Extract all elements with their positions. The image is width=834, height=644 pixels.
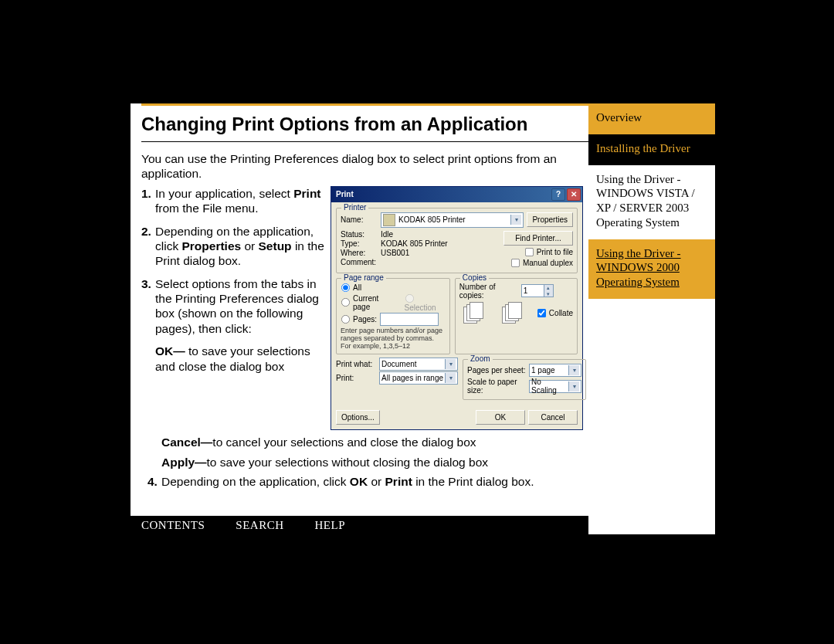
current-page-radio[interactable]: [341, 298, 350, 307]
copies-label: Number of copies:: [459, 283, 521, 300]
after-list: Cancel—to cancel your selections and clo…: [131, 435, 600, 489]
ok-button[interactable]: OK: [476, 410, 525, 425]
all-radio[interactable]: [341, 283, 350, 292]
dialog-title: Print: [336, 190, 354, 198]
type-value: KODAK 805 Printer: [381, 239, 448, 248]
step-body: In your application, select Print from t…: [155, 186, 331, 216]
cancel-button[interactable]: Cancel: [528, 410, 578, 425]
sidebar-item-w2000[interactable]: Using the Driver - WINDOWS 2000 Operatin…: [588, 239, 715, 299]
group-legend: Copies: [460, 273, 489, 282]
step-number: 2.: [141, 224, 155, 269]
intro: You can use the Printing Preferences dia…: [131, 142, 600, 181]
sidebar-item-vista[interactable]: Using the Driver - WINDOWS VISTA / XP / …: [588, 165, 715, 239]
selection-radio: [405, 294, 413, 303]
close-icon[interactable]: ✕: [567, 188, 581, 201]
collate-icon: [502, 302, 533, 325]
name-label: Name:: [341, 215, 381, 224]
group-legend: Printer: [341, 203, 368, 212]
step-body: Depending on the application, click Prop…: [155, 224, 331, 269]
titlebar[interactable]: Print ? ✕: [331, 187, 582, 202]
comment-label: Comment:: [341, 258, 381, 266]
copies-group: Copies Number of copies: ▴▾: [455, 278, 578, 355]
where-label: Where:: [341, 249, 381, 257]
ok-text: OK— to save your selections and close th…: [155, 344, 331, 374]
print-dialog: Print ? ✕ Printer Name: KODAK 805 Printe…: [331, 186, 583, 431]
step-body: Depending on the application, click OK o…: [161, 474, 589, 489]
chevron-down-icon: ▾: [568, 365, 579, 375]
find-printer-button[interactable]: Find Printer...: [503, 231, 573, 246]
nav-help[interactable]: HELP: [315, 519, 346, 532]
print-label: Print:: [336, 374, 379, 382]
sidebar: Overview Installing the Driver Using the…: [588, 103, 715, 299]
range-hint: Enter page numbers and/or page ranges se…: [341, 327, 446, 351]
chevron-down-icon: ▾: [568, 381, 579, 391]
status-label: Status:: [341, 230, 381, 239]
zoom-group: Zoom Pages per sheet: 1 page▾ Scale to p…: [463, 359, 586, 400]
scale-combo[interactable]: No Scaling▾: [529, 380, 581, 393]
type-label: Type:: [341, 239, 381, 248]
options-button[interactable]: Options...: [336, 410, 380, 425]
chevron-down-icon[interactable]: ▾: [510, 215, 521, 225]
bottom-nav: CONTENTS SEARCH HELP: [131, 516, 588, 534]
pages-per-sheet-label: Pages per sheet:: [467, 366, 529, 375]
nav-search[interactable]: SEARCH: [236, 519, 283, 532]
manual-duplex-checkbox[interactable]: [511, 259, 520, 267]
page-range-group: Page range All Current page Selection Pa…: [336, 278, 450, 355]
collate-icon: [463, 302, 494, 325]
apply-text: Apply—to save your selections without cl…: [161, 455, 589, 469]
step-number: 1.: [141, 186, 155, 216]
properties-button[interactable]: Properties: [527, 212, 573, 227]
copies-spinner[interactable]: ▴▾: [521, 284, 554, 297]
print-what-label: Print what:: [336, 360, 379, 368]
screenshot-column: Print ? ✕ Printer Name: KODAK 805 Printe…: [331, 186, 583, 431]
pages-input[interactable]: [380, 313, 439, 326]
scale-label: Scale to paper size:: [467, 378, 529, 395]
step-number: 3.: [141, 276, 155, 337]
nav-contents[interactable]: CONTENTS: [141, 519, 205, 532]
printer-icon: [383, 214, 395, 226]
group-legend: Zoom: [468, 354, 493, 363]
status-value: Idle: [381, 230, 393, 239]
step-body: Select options from the tabs in the Prin…: [155, 276, 331, 337]
chevron-down-icon: ▾: [445, 359, 456, 369]
group-legend: Page range: [341, 273, 386, 282]
pages-radio[interactable]: [341, 315, 350, 324]
steps-column: 1. In your application, select Print fro…: [141, 186, 331, 431]
sidebar-item-installing[interactable]: Installing the Driver: [588, 134, 715, 165]
sidebar-item-overview[interactable]: Overview: [588, 103, 715, 134]
step-number: 4.: [147, 474, 161, 489]
dialog-footer: Options... OK Cancel: [331, 407, 582, 429]
print-range-combo[interactable]: All pages in range▾: [379, 371, 458, 385]
cancel-text: Cancel—to cancel your selections and clo…: [161, 435, 589, 449]
where-value: USB001: [381, 249, 409, 257]
print-to-file-checkbox[interactable]: [525, 248, 534, 256]
collate-checkbox[interactable]: [537, 309, 546, 317]
help-icon[interactable]: ?: [551, 188, 565, 201]
printer-name-combo[interactable]: KODAK 805 Printer ▾: [381, 212, 524, 228]
chevron-down-icon: ▾: [544, 291, 553, 297]
printer-group: Printer Name: KODAK 805 Printer ▾ Proper…: [336, 208, 578, 273]
print-what-combo[interactable]: Document▾: [379, 358, 458, 371]
pages-per-sheet-combo[interactable]: 1 page▾: [529, 364, 581, 377]
chevron-down-icon: ▾: [445, 373, 456, 383]
